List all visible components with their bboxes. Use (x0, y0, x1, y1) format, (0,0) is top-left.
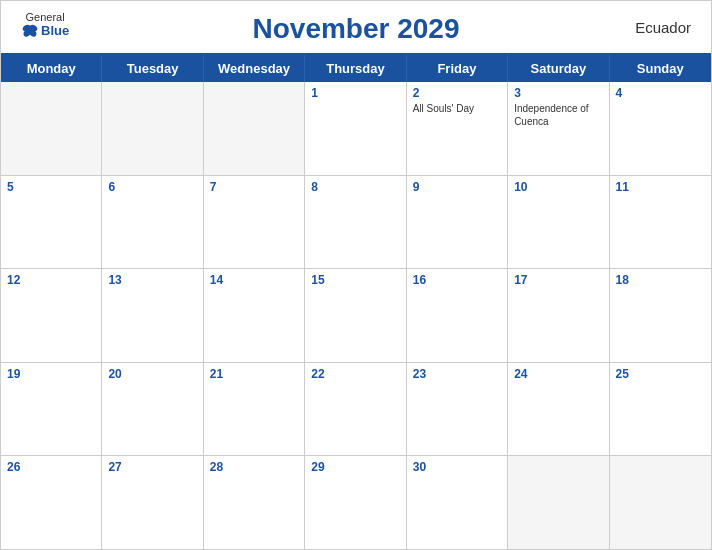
day-cell-4-3: 29 (305, 456, 406, 549)
day-cell-2-6: 18 (610, 269, 711, 362)
logo-bird-icon (21, 24, 39, 38)
calendar-container: General Blue November 2029 Ecuador Monda… (0, 0, 712, 550)
day-number: 20 (108, 367, 196, 381)
day-number: 5 (7, 180, 95, 194)
day-cell-0-3: 1 (305, 82, 406, 175)
logo-area: General Blue (21, 11, 69, 38)
day-cell-1-3: 8 (305, 176, 406, 269)
day-number: 22 (311, 367, 399, 381)
day-number: 21 (210, 367, 298, 381)
day-number: 17 (514, 273, 602, 287)
day-number: 19 (7, 367, 95, 381)
day-cell-3-4: 23 (407, 363, 508, 456)
day-number: 26 (7, 460, 95, 474)
week-row-4: 19202122232425 (1, 363, 711, 457)
day-number: 4 (616, 86, 705, 100)
day-number: 25 (616, 367, 705, 381)
day-headers-row: Monday Tuesday Wednesday Thursday Friday… (1, 55, 711, 82)
day-cell-0-2 (204, 82, 305, 175)
month-title: November 2029 (252, 13, 459, 45)
day-cell-4-4: 30 (407, 456, 508, 549)
day-cell-0-6: 4 (610, 82, 711, 175)
day-cell-2-5: 17 (508, 269, 609, 362)
day-cell-3-0: 19 (1, 363, 102, 456)
day-number: 27 (108, 460, 196, 474)
day-number: 11 (616, 180, 705, 194)
day-cell-2-3: 15 (305, 269, 406, 362)
day-cell-0-5: 3Independence of Cuenca (508, 82, 609, 175)
day-header-friday: Friday (407, 55, 508, 82)
logo-general: General (26, 11, 65, 23)
day-event: Independence of Cuenca (514, 102, 602, 128)
day-cell-2-1: 13 (102, 269, 203, 362)
day-number: 16 (413, 273, 501, 287)
day-cell-4-2: 28 (204, 456, 305, 549)
day-number: 1 (311, 86, 399, 100)
weeks-container: 12All Souls' Day3Independence of Cuenca4… (1, 82, 711, 549)
day-cell-1-5: 10 (508, 176, 609, 269)
day-cell-3-5: 24 (508, 363, 609, 456)
day-number: 23 (413, 367, 501, 381)
week-row-3: 12131415161718 (1, 269, 711, 363)
day-number: 2 (413, 86, 501, 100)
day-cell-0-4: 2All Souls' Day (407, 82, 508, 175)
day-number: 14 (210, 273, 298, 287)
day-cell-3-6: 25 (610, 363, 711, 456)
week-row-1: 12All Souls' Day3Independence of Cuenca4 (1, 82, 711, 176)
day-number: 8 (311, 180, 399, 194)
day-number: 28 (210, 460, 298, 474)
day-header-monday: Monday (1, 55, 102, 82)
day-header-saturday: Saturday (508, 55, 609, 82)
day-number: 6 (108, 180, 196, 194)
week-row-2: 567891011 (1, 176, 711, 270)
day-cell-1-0: 5 (1, 176, 102, 269)
day-cell-2-4: 16 (407, 269, 508, 362)
week-row-5: 2627282930 (1, 456, 711, 549)
day-number: 3 (514, 86, 602, 100)
day-event: All Souls' Day (413, 102, 501, 115)
day-cell-4-1: 27 (102, 456, 203, 549)
day-number: 18 (616, 273, 705, 287)
day-cell-3-1: 20 (102, 363, 203, 456)
day-number: 10 (514, 180, 602, 194)
day-cell-0-1 (102, 82, 203, 175)
day-header-tuesday: Tuesday (102, 55, 203, 82)
day-number: 12 (7, 273, 95, 287)
day-number: 15 (311, 273, 399, 287)
day-cell-2-2: 14 (204, 269, 305, 362)
day-cell-1-4: 9 (407, 176, 508, 269)
day-cell-3-3: 22 (305, 363, 406, 456)
calendar-grid: Monday Tuesday Wednesday Thursday Friday… (1, 53, 711, 549)
logo-blue: Blue (21, 23, 69, 38)
day-header-sunday: Sunday (610, 55, 711, 82)
day-cell-0-0 (1, 82, 102, 175)
day-cell-1-2: 7 (204, 176, 305, 269)
day-cell-3-2: 21 (204, 363, 305, 456)
day-number: 29 (311, 460, 399, 474)
logo-blue-text: Blue (41, 23, 69, 38)
day-cell-4-5 (508, 456, 609, 549)
country-label: Ecuador (635, 19, 691, 36)
day-header-thursday: Thursday (305, 55, 406, 82)
day-number: 24 (514, 367, 602, 381)
day-number: 9 (413, 180, 501, 194)
day-cell-1-6: 11 (610, 176, 711, 269)
day-number: 30 (413, 460, 501, 474)
day-number: 7 (210, 180, 298, 194)
day-cell-4-0: 26 (1, 456, 102, 549)
calendar-header: General Blue November 2029 Ecuador (1, 1, 711, 53)
day-header-wednesday: Wednesday (204, 55, 305, 82)
day-number: 13 (108, 273, 196, 287)
day-cell-4-6 (610, 456, 711, 549)
day-cell-2-0: 12 (1, 269, 102, 362)
day-cell-1-1: 6 (102, 176, 203, 269)
